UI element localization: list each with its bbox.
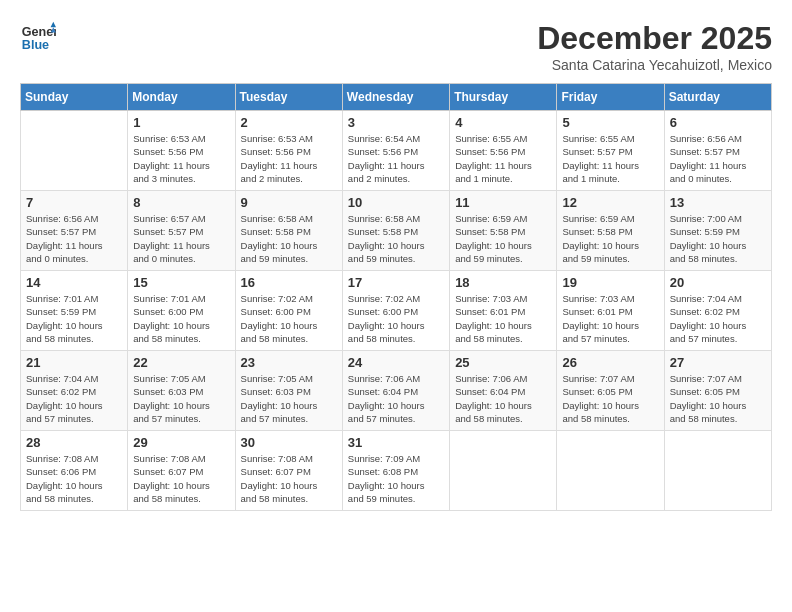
calendar-cell: 31Sunrise: 7:09 AM Sunset: 6:08 PM Dayli… xyxy=(342,431,449,511)
day-number: 30 xyxy=(241,435,337,450)
day-info: Sunrise: 6:58 AM Sunset: 5:58 PM Dayligh… xyxy=(348,212,444,265)
calendar-cell: 22Sunrise: 7:05 AM Sunset: 6:03 PM Dayli… xyxy=(128,351,235,431)
calendar-cell: 4Sunrise: 6:55 AM Sunset: 5:56 PM Daylig… xyxy=(450,111,557,191)
day-number: 10 xyxy=(348,195,444,210)
calendar-cell: 7Sunrise: 6:56 AM Sunset: 5:57 PM Daylig… xyxy=(21,191,128,271)
calendar-cell: 8Sunrise: 6:57 AM Sunset: 5:57 PM Daylig… xyxy=(128,191,235,271)
day-number: 24 xyxy=(348,355,444,370)
day-number: 15 xyxy=(133,275,229,290)
day-info: Sunrise: 7:08 AM Sunset: 6:06 PM Dayligh… xyxy=(26,452,122,505)
month-title: December 2025 xyxy=(537,20,772,57)
day-info: Sunrise: 7:05 AM Sunset: 6:03 PM Dayligh… xyxy=(241,372,337,425)
weekday-header-tuesday: Tuesday xyxy=(235,84,342,111)
calendar-cell xyxy=(450,431,557,511)
calendar-cell: 30Sunrise: 7:08 AM Sunset: 6:07 PM Dayli… xyxy=(235,431,342,511)
day-info: Sunrise: 7:00 AM Sunset: 5:59 PM Dayligh… xyxy=(670,212,766,265)
weekday-header-saturday: Saturday xyxy=(664,84,771,111)
day-number: 23 xyxy=(241,355,337,370)
day-number: 25 xyxy=(455,355,551,370)
day-number: 5 xyxy=(562,115,658,130)
day-number: 2 xyxy=(241,115,337,130)
weekday-header-friday: Friday xyxy=(557,84,664,111)
day-info: Sunrise: 7:09 AM Sunset: 6:08 PM Dayligh… xyxy=(348,452,444,505)
day-info: Sunrise: 6:56 AM Sunset: 5:57 PM Dayligh… xyxy=(670,132,766,185)
day-number: 20 xyxy=(670,275,766,290)
day-info: Sunrise: 6:55 AM Sunset: 5:56 PM Dayligh… xyxy=(455,132,551,185)
day-info: Sunrise: 6:53 AM Sunset: 5:56 PM Dayligh… xyxy=(133,132,229,185)
calendar-cell: 3Sunrise: 6:54 AM Sunset: 5:56 PM Daylig… xyxy=(342,111,449,191)
weekday-header-row: SundayMondayTuesdayWednesdayThursdayFrid… xyxy=(21,84,772,111)
calendar-cell: 6Sunrise: 6:56 AM Sunset: 5:57 PM Daylig… xyxy=(664,111,771,191)
day-info: Sunrise: 6:59 AM Sunset: 5:58 PM Dayligh… xyxy=(455,212,551,265)
calendar-cell: 20Sunrise: 7:04 AM Sunset: 6:02 PM Dayli… xyxy=(664,271,771,351)
day-info: Sunrise: 6:58 AM Sunset: 5:58 PM Dayligh… xyxy=(241,212,337,265)
calendar-cell: 23Sunrise: 7:05 AM Sunset: 6:03 PM Dayli… xyxy=(235,351,342,431)
day-number: 27 xyxy=(670,355,766,370)
logo-icon: General Blue xyxy=(20,20,56,56)
day-info: Sunrise: 6:57 AM Sunset: 5:57 PM Dayligh… xyxy=(133,212,229,265)
day-info: Sunrise: 7:02 AM Sunset: 6:00 PM Dayligh… xyxy=(241,292,337,345)
day-number: 29 xyxy=(133,435,229,450)
title-block: December 2025 Santa Catarina Yecahuizotl… xyxy=(537,20,772,73)
day-info: Sunrise: 7:05 AM Sunset: 6:03 PM Dayligh… xyxy=(133,372,229,425)
day-number: 28 xyxy=(26,435,122,450)
calendar-cell: 28Sunrise: 7:08 AM Sunset: 6:06 PM Dayli… xyxy=(21,431,128,511)
day-info: Sunrise: 6:56 AM Sunset: 5:57 PM Dayligh… xyxy=(26,212,122,265)
day-number: 26 xyxy=(562,355,658,370)
day-number: 11 xyxy=(455,195,551,210)
calendar-cell xyxy=(557,431,664,511)
calendar-cell: 5Sunrise: 6:55 AM Sunset: 5:57 PM Daylig… xyxy=(557,111,664,191)
day-number: 7 xyxy=(26,195,122,210)
day-info: Sunrise: 7:07 AM Sunset: 6:05 PM Dayligh… xyxy=(670,372,766,425)
calendar-cell: 9Sunrise: 6:58 AM Sunset: 5:58 PM Daylig… xyxy=(235,191,342,271)
calendar-cell: 11Sunrise: 6:59 AM Sunset: 5:58 PM Dayli… xyxy=(450,191,557,271)
calendar-cell: 29Sunrise: 7:08 AM Sunset: 6:07 PM Dayli… xyxy=(128,431,235,511)
day-number: 17 xyxy=(348,275,444,290)
day-info: Sunrise: 7:03 AM Sunset: 6:01 PM Dayligh… xyxy=(455,292,551,345)
calendar-cell: 21Sunrise: 7:04 AM Sunset: 6:02 PM Dayli… xyxy=(21,351,128,431)
calendar-cell: 18Sunrise: 7:03 AM Sunset: 6:01 PM Dayli… xyxy=(450,271,557,351)
week-row-4: 21Sunrise: 7:04 AM Sunset: 6:02 PM Dayli… xyxy=(21,351,772,431)
day-number: 4 xyxy=(455,115,551,130)
week-row-3: 14Sunrise: 7:01 AM Sunset: 5:59 PM Dayli… xyxy=(21,271,772,351)
calendar-table: SundayMondayTuesdayWednesdayThursdayFrid… xyxy=(20,83,772,511)
day-info: Sunrise: 7:01 AM Sunset: 6:00 PM Dayligh… xyxy=(133,292,229,345)
day-info: Sunrise: 7:02 AM Sunset: 6:00 PM Dayligh… xyxy=(348,292,444,345)
day-info: Sunrise: 7:08 AM Sunset: 6:07 PM Dayligh… xyxy=(241,452,337,505)
calendar-cell: 13Sunrise: 7:00 AM Sunset: 5:59 PM Dayli… xyxy=(664,191,771,271)
day-number: 22 xyxy=(133,355,229,370)
weekday-header-thursday: Thursday xyxy=(450,84,557,111)
day-number: 12 xyxy=(562,195,658,210)
day-number: 1 xyxy=(133,115,229,130)
logo: General Blue xyxy=(20,20,56,56)
calendar-cell: 10Sunrise: 6:58 AM Sunset: 5:58 PM Dayli… xyxy=(342,191,449,271)
weekday-header-wednesday: Wednesday xyxy=(342,84,449,111)
week-row-5: 28Sunrise: 7:08 AM Sunset: 6:06 PM Dayli… xyxy=(21,431,772,511)
day-number: 8 xyxy=(133,195,229,210)
day-info: Sunrise: 7:04 AM Sunset: 6:02 PM Dayligh… xyxy=(670,292,766,345)
day-info: Sunrise: 7:08 AM Sunset: 6:07 PM Dayligh… xyxy=(133,452,229,505)
calendar-cell: 1Sunrise: 6:53 AM Sunset: 5:56 PM Daylig… xyxy=(128,111,235,191)
svg-text:Blue: Blue xyxy=(22,38,49,52)
calendar-cell: 27Sunrise: 7:07 AM Sunset: 6:05 PM Dayli… xyxy=(664,351,771,431)
day-info: Sunrise: 7:07 AM Sunset: 6:05 PM Dayligh… xyxy=(562,372,658,425)
day-number: 21 xyxy=(26,355,122,370)
calendar-cell: 26Sunrise: 7:07 AM Sunset: 6:05 PM Dayli… xyxy=(557,351,664,431)
day-info: Sunrise: 6:54 AM Sunset: 5:56 PM Dayligh… xyxy=(348,132,444,185)
day-info: Sunrise: 7:06 AM Sunset: 6:04 PM Dayligh… xyxy=(348,372,444,425)
page-header: General Blue December 2025 Santa Catarin… xyxy=(20,20,772,73)
calendar-cell: 2Sunrise: 6:53 AM Sunset: 5:56 PM Daylig… xyxy=(235,111,342,191)
weekday-header-sunday: Sunday xyxy=(21,84,128,111)
week-row-2: 7Sunrise: 6:56 AM Sunset: 5:57 PM Daylig… xyxy=(21,191,772,271)
day-number: 18 xyxy=(455,275,551,290)
day-number: 13 xyxy=(670,195,766,210)
day-number: 3 xyxy=(348,115,444,130)
day-info: Sunrise: 7:03 AM Sunset: 6:01 PM Dayligh… xyxy=(562,292,658,345)
week-row-1: 1Sunrise: 6:53 AM Sunset: 5:56 PM Daylig… xyxy=(21,111,772,191)
day-number: 6 xyxy=(670,115,766,130)
day-info: Sunrise: 6:53 AM Sunset: 5:56 PM Dayligh… xyxy=(241,132,337,185)
calendar-cell: 14Sunrise: 7:01 AM Sunset: 5:59 PM Dayli… xyxy=(21,271,128,351)
calendar-cell: 25Sunrise: 7:06 AM Sunset: 6:04 PM Dayli… xyxy=(450,351,557,431)
day-number: 19 xyxy=(562,275,658,290)
day-info: Sunrise: 7:04 AM Sunset: 6:02 PM Dayligh… xyxy=(26,372,122,425)
